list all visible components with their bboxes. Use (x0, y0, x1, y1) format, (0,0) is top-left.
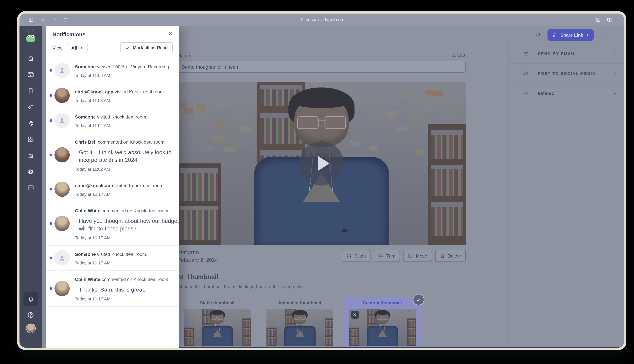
notification-item[interactable]: Someone visited Knock deal room. Today a… (46, 246, 179, 271)
split-view-icon[interactable] (606, 17, 612, 22)
unread-dot (50, 287, 52, 290)
thumbnail-image: ✕ (349, 309, 416, 346)
back-icon[interactable] (40, 17, 46, 22)
unread-dot (50, 119, 52, 122)
thumbnail-title-text: Thumbnail (186, 273, 218, 281)
notification-item[interactable]: Colin White commented on Knock deal room… (46, 202, 179, 246)
video-frame-scene (266, 309, 333, 346)
user-avatar[interactable] (26, 324, 36, 333)
video-frame-scene (184, 309, 250, 346)
header-bell-icon[interactable] (535, 32, 542, 38)
chevron-down-icon (612, 71, 618, 76)
view-label: View: (52, 45, 64, 50)
sidebar-item-campaigns-icon[interactable] (27, 120, 34, 127)
thumbnail-subtitle: Choose the thumbnail that is displayed b… (178, 284, 304, 289)
more-options-icon[interactable] (603, 32, 610, 38)
notification-item[interactable]: colin@knock.app visited Knock deal room.… (46, 177, 179, 202)
chevron-down-icon (612, 91, 618, 96)
thumbnail-option[interactable]: Custom thumbnail (344, 298, 421, 348)
share-link-label: Share Link (560, 32, 583, 38)
page-settings-icon[interactable] (595, 17, 601, 22)
sidebar-item-analytics-icon[interactable] (27, 152, 34, 159)
url-text: secure.vidyard.com (306, 17, 344, 22)
notification-item[interactable]: Chris Bell commented on Knock deal room … (46, 133, 179, 177)
play-icon (318, 156, 330, 171)
avatar (54, 182, 70, 197)
share-option-row[interactable]: POST TO SOCIAL MEDIA (508, 64, 624, 84)
address-bar[interactable]: secure.vidyard.com (20, 14, 624, 26)
created-date: February 2, 2024 (178, 257, 218, 263)
sidebar-item-pages-icon[interactable] (27, 184, 34, 192)
thumbnail-option[interactable]: Animated thumbnail (261, 298, 338, 348)
notification-item[interactable]: Someone visited Knock deal room. Today a… (46, 108, 179, 134)
selected-check-badge (413, 294, 424, 306)
share-option-row[interactable]: SEND BY EMAIL (508, 44, 624, 64)
move-button[interactable]: Move (403, 250, 432, 262)
mark-all-read-button[interactable]: Mark all as Read (120, 42, 173, 53)
sidebar-item-integrations-icon[interactable] (27, 136, 34, 143)
sidebar-item-home-icon[interactable] (27, 55, 34, 62)
mark-all-read-label: Mark all as Read (133, 45, 168, 50)
envelope-icon (523, 51, 529, 56)
notifications-header: Notifications ✕ (46, 26, 179, 38)
view-filter-dropdown[interactable]: All ▼ (67, 42, 88, 53)
check-icon (125, 46, 130, 50)
thumbnail-option[interactable]: Static thumbnail (179, 298, 256, 348)
view-filter-value: All (71, 45, 77, 50)
bell-icon (27, 296, 34, 302)
notifications-list: Someone viewed 100% of Vidyard Recording… (46, 58, 179, 348)
desktop-window-frame: secure.vidyard.com (17, 11, 626, 350)
stitch-button[interactable]: Stitch (342, 250, 370, 262)
code-icon (523, 90, 529, 96)
stitch-icon (346, 253, 352, 258)
notifications-title: Notifications (52, 31, 86, 37)
sidebar-toggle-icon[interactable] (28, 17, 34, 22)
chevron-down-icon: ▼ (586, 33, 589, 37)
trash-icon (440, 253, 445, 258)
delete-button[interactable]: Delete (435, 250, 466, 262)
vidyard-logo[interactable] (25, 32, 36, 43)
thumbnail-image (266, 309, 333, 346)
video-detail-content: Name 25/100 (177, 26, 466, 348)
browser-toolbar: secure.vidyard.com (20, 14, 624, 26)
secure-link-icon (299, 18, 304, 22)
sidebar-item-videos-icon[interactable] (27, 71, 34, 78)
avatar (54, 113, 70, 128)
trim-button[interactable]: Trim (374, 250, 400, 262)
screen: secure.vidyard.com (0, 0, 634, 364)
share-link-button[interactable]: Share Link ▼ (548, 30, 594, 40)
name-field-label: Name (178, 53, 190, 58)
notification-item[interactable]: Colin White commented on Knock deal room… (46, 270, 179, 306)
remove-thumbnail-icon[interactable]: ✕ (351, 311, 359, 318)
avatar (54, 147, 70, 162)
avatar (54, 250, 70, 266)
close-icon[interactable]: ✕ (167, 30, 174, 37)
forward-icon (52, 17, 57, 22)
reload-icon[interactable] (63, 17, 68, 22)
video-name-input[interactable] (177, 61, 466, 73)
sidebar-nav-items (27, 55, 34, 192)
thumbnail-options: Static thumbnail (179, 298, 421, 348)
vidyard-app: Share Link ▼ Name 25/100 (20, 26, 624, 348)
avatar (54, 216, 70, 231)
notification-item[interactable]: chris@knock.app visited Knock deal room.… (46, 83, 179, 108)
video-player[interactable] (177, 82, 466, 245)
play-button[interactable] (299, 141, 344, 186)
sidebar-item-audience-icon[interactable] (27, 168, 34, 175)
folder-icon (408, 253, 413, 258)
video-action-buttons: Stitch Trim Move Delete (342, 250, 466, 262)
nav-sidebar (20, 26, 42, 348)
sidebar-item-rooms-icon[interactable] (27, 87, 34, 94)
link-icon (552, 32, 558, 38)
sidebar-item-notifications[interactable] (24, 292, 38, 306)
chevron-down-icon: ▼ (80, 46, 83, 49)
char-counter: 25/100 (452, 53, 465, 58)
share-option-row[interactable]: EMBED (508, 84, 624, 103)
notification-item[interactable]: Someone viewed 100% of Vidyard Recording… (46, 58, 179, 83)
help-icon[interactable] (27, 311, 34, 318)
avatar (54, 281, 70, 296)
sidebar-bottom (24, 292, 38, 348)
browser-window: secure.vidyard.com (20, 14, 624, 348)
unread-dot (50, 188, 52, 190)
sidebar-item-prospector-icon[interactable] (27, 103, 34, 110)
